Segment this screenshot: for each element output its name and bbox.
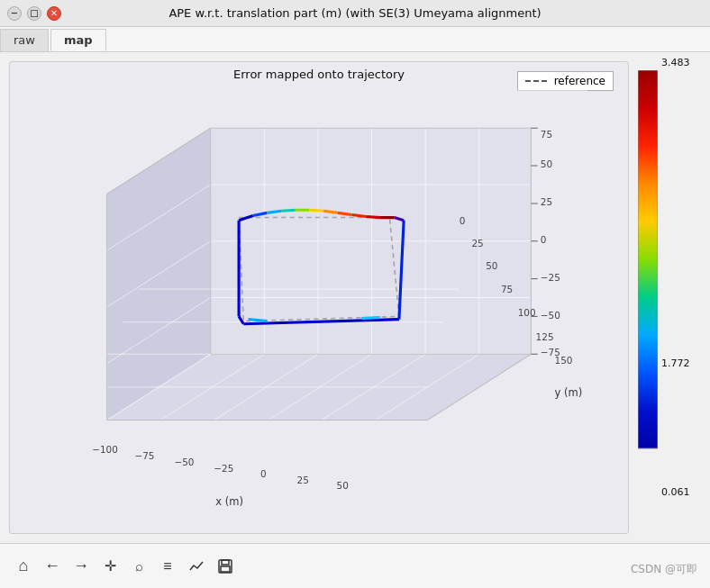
watermark: CSDN @可即 <box>631 562 697 577</box>
svg-text:25: 25 <box>297 475 309 485</box>
plot-area[interactable]: Error mapped onto trajectory reference <box>9 61 629 534</box>
maximize-button[interactable]: □ <box>27 6 41 21</box>
colorbar-mid-label: 1.772 <box>661 357 690 369</box>
svg-text:0: 0 <box>541 234 547 245</box>
svg-text:50: 50 <box>541 158 552 169</box>
svg-text:125: 125 <box>536 331 554 342</box>
svg-rect-63 <box>638 70 658 448</box>
svg-text:−75: −75 <box>541 347 560 357</box>
window-title: APE w.r.t. translation part (m) (with SE… <box>61 6 649 20</box>
tab-raw[interactable]: raw <box>0 29 49 51</box>
svg-text:−50: −50 <box>541 310 560 321</box>
colorbar-max-label: 3.483 <box>661 57 690 68</box>
forward-button[interactable]: → <box>68 554 94 579</box>
svg-text:−50: −50 <box>174 457 194 467</box>
svg-rect-66 <box>222 560 229 565</box>
toolbar: ⌂ ← → ✛ ⌕ ≡ CSDN @可即 <box>0 543 710 588</box>
main-content: Error mapped onto trajectory reference <box>0 52 710 543</box>
svg-text:y (m): y (m) <box>555 386 583 399</box>
svg-text:75: 75 <box>501 284 513 294</box>
svg-text:−25: −25 <box>214 463 233 474</box>
save-button[interactable] <box>213 554 238 579</box>
svg-text:75: 75 <box>541 129 552 140</box>
svg-text:x (m): x (m) <box>215 495 243 508</box>
svg-text:50: 50 <box>486 260 497 271</box>
tab-map[interactable]: map <box>50 29 106 51</box>
colorbar-min-label: 0.061 <box>661 486 690 498</box>
svg-text:−100: −100 <box>92 444 118 455</box>
svg-text:0: 0 <box>460 215 466 226</box>
colorbar-svg <box>638 70 658 484</box>
zoom-button[interactable]: ⌕ <box>126 554 151 579</box>
svg-text:25: 25 <box>471 238 483 249</box>
tabs-bar: raw map <box>0 27 710 52</box>
minimize-button[interactable]: − <box>7 6 22 21</box>
customize-button[interactable] <box>184 554 209 579</box>
svg-text:−75: −75 <box>134 450 154 461</box>
svg-text:−25: −25 <box>541 272 560 283</box>
back-button[interactable]: ← <box>40 554 65 579</box>
svg-rect-67 <box>221 566 230 572</box>
close-button[interactable]: ✕ <box>47 6 61 21</box>
pan-button[interactable]: ✛ <box>97 554 123 579</box>
colorbar-container: 3.483 <box>638 61 701 534</box>
title-bar: − □ ✕ APE w.r.t. translation part (m) (w… <box>0 0 710 27</box>
home-button[interactable]: ⌂ <box>11 554 36 579</box>
svg-text:25: 25 <box>541 196 552 207</box>
svg-text:0: 0 <box>260 468 267 479</box>
plot-svg: −100 −75 −50 −25 0 25 50 x (m) 150 125 1… <box>10 62 628 533</box>
subplots-button[interactable]: ≡ <box>155 554 180 579</box>
svg-text:50: 50 <box>336 480 348 491</box>
